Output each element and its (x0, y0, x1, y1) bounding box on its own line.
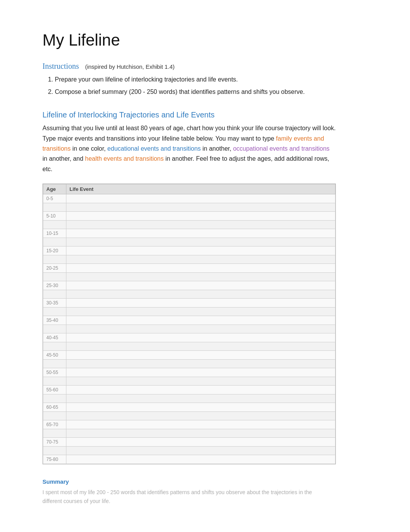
table-cell-age[interactable]: 15-20 (43, 246, 66, 255)
table-cell-event[interactable] (66, 238, 335, 246)
table-cell-event[interactable] (66, 316, 335, 325)
table-cell-age[interactable] (43, 447, 66, 455)
table-row[interactable] (43, 273, 335, 281)
table-cell-age[interactable] (43, 394, 66, 403)
table-cell-age[interactable]: 20-25 (43, 264, 66, 273)
table-cell-age[interactable]: 10-15 (43, 229, 66, 238)
table-cell-event[interactable] (66, 203, 335, 212)
table-cell-age[interactable]: 35-40 (43, 316, 66, 325)
table-row[interactable]: 5-10 (43, 212, 335, 221)
educational-label: educational events and transitions (107, 145, 201, 152)
table-cell-age[interactable] (43, 360, 66, 368)
table-cell-age[interactable] (43, 290, 66, 299)
table-cell-event[interactable] (66, 325, 335, 333)
table-cell-age[interactable]: 75-80 (43, 455, 66, 464)
table-cell-event[interactable] (66, 403, 335, 412)
table-cell-event[interactable] (66, 273, 335, 281)
table-row[interactable]: 20-25 (43, 264, 335, 273)
table-row[interactable] (43, 447, 335, 455)
table-cell-event[interactable] (66, 255, 335, 264)
table-cell-age[interactable]: 45-50 (43, 351, 66, 360)
table-row[interactable]: 25-30 (43, 281, 335, 290)
table-row[interactable] (43, 308, 335, 316)
table-cell-event[interactable] (66, 351, 335, 360)
table-cell-event[interactable] (66, 221, 335, 229)
instructions-list: Prepare your own lifeline of interlockin… (55, 75, 368, 97)
table-cell-event[interactable] (66, 377, 335, 386)
table-cell-age[interactable] (43, 238, 66, 246)
table-cell-event[interactable] (66, 194, 335, 203)
table-cell-event[interactable] (66, 299, 335, 308)
table-row[interactable] (43, 377, 335, 386)
table-cell-event[interactable] (66, 386, 335, 394)
health-label: health events and transitions (85, 155, 164, 162)
table-cell-event[interactable] (66, 429, 335, 438)
table-cell-event[interactable] (66, 368, 335, 377)
table-cell-age[interactable] (43, 308, 66, 316)
table-cell-event[interactable] (66, 360, 335, 368)
table-row[interactable] (43, 290, 335, 299)
table-row[interactable]: 60-65 (43, 403, 335, 412)
table-row[interactable] (43, 325, 335, 333)
inspired-by-text: (inspired by Hutchison, Exhibit 1.4) (85, 63, 175, 70)
table-cell-event[interactable] (66, 333, 335, 342)
table-cell-event[interactable] (66, 212, 335, 221)
table-cell-event[interactable] (66, 229, 335, 238)
table-cell-age[interactable]: 50-55 (43, 368, 66, 377)
desc-text-3: in another, (203, 145, 233, 152)
table-row[interactable]: 70-75 (43, 438, 335, 447)
table-row[interactable] (43, 203, 335, 212)
table-row[interactable] (43, 221, 335, 229)
table-row[interactable]: 10-15 (43, 229, 335, 238)
table-cell-age[interactable] (43, 221, 66, 229)
table-cell-event[interactable] (66, 281, 335, 290)
table-cell-event[interactable] (66, 420, 335, 429)
table-row[interactable] (43, 255, 335, 264)
page-title: My Lifeline (42, 31, 368, 49)
table-cell-age[interactable]: 70-75 (43, 438, 66, 447)
table-cell-age[interactable] (43, 342, 66, 351)
table-cell-event[interactable] (66, 455, 335, 464)
table-cell-event[interactable] (66, 438, 335, 447)
table-row[interactable]: 40-45 (43, 333, 335, 342)
table-cell-event[interactable] (66, 246, 335, 255)
table-cell-age[interactable] (43, 429, 66, 438)
table-cell-event[interactable] (66, 394, 335, 403)
table-row[interactable]: 75-80 (43, 455, 335, 464)
table-cell-event[interactable] (66, 290, 335, 299)
table-row[interactable]: 45-50 (43, 351, 335, 360)
table-row[interactable] (43, 394, 335, 403)
table-cell-age[interactable]: 30-35 (43, 299, 66, 308)
table-row[interactable]: 0-5 (43, 194, 335, 203)
table-cell-event[interactable] (66, 264, 335, 273)
table-cell-age[interactable]: 65-70 (43, 420, 66, 429)
table-cell-event[interactable] (66, 447, 335, 455)
table-row[interactable]: 35-40 (43, 316, 335, 325)
table-row[interactable]: 30-35 (43, 299, 335, 308)
table-cell-age[interactable] (43, 325, 66, 333)
table-cell-age[interactable] (43, 203, 66, 212)
table-cell-age[interactable] (43, 273, 66, 281)
table-cell-event[interactable] (66, 308, 335, 316)
table-row[interactable] (43, 342, 335, 351)
table-row[interactable] (43, 360, 335, 368)
table-cell-age[interactable] (43, 255, 66, 264)
table-row[interactable]: 50-55 (43, 368, 335, 377)
table-row[interactable] (43, 412, 335, 420)
table-row[interactable] (43, 429, 335, 438)
table-cell-age[interactable]: 5-10 (43, 212, 66, 221)
table-cell-age[interactable]: 40-45 (43, 333, 66, 342)
table-row[interactable]: 15-20 (43, 246, 335, 255)
col-header-age: Age (43, 184, 66, 194)
table-cell-age[interactable] (43, 377, 66, 386)
table-cell-age[interactable]: 0-5 (43, 194, 66, 203)
table-cell-age[interactable] (43, 412, 66, 420)
table-cell-event[interactable] (66, 342, 335, 351)
table-cell-age[interactable]: 25-30 (43, 281, 66, 290)
table-row[interactable] (43, 238, 335, 246)
table-cell-age[interactable]: 55-60 (43, 386, 66, 394)
table-cell-age[interactable]: 60-65 (43, 403, 66, 412)
table-cell-event[interactable] (66, 412, 335, 420)
table-row[interactable]: 65-70 (43, 420, 335, 429)
table-row[interactable]: 55-60 (43, 386, 335, 394)
